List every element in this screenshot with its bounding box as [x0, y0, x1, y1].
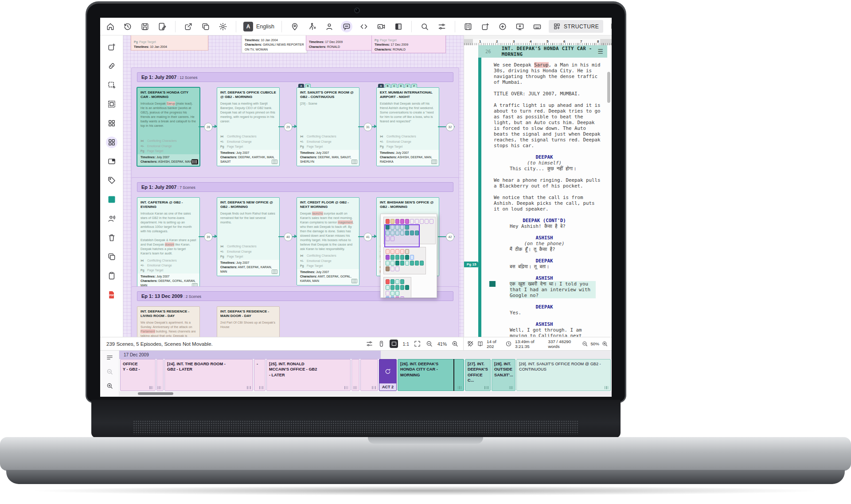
scene-tab[interactable]: E [405, 84, 410, 88]
tune-button[interactable] [436, 21, 448, 32]
structure-canvas[interactable]: PgPage TargetTimelines: 10 Jan 2004Timel… [123, 35, 464, 337]
minimap-scene-chip[interactable] [410, 255, 414, 260]
script-page[interactable]: 26 INT. DEEPAK'S HONDA CITY CAR - MORNIN… [464, 45, 612, 337]
duplicate-button[interactable] [200, 21, 211, 32]
script-editor-panel[interactable]: 12345678 26 INT. DEEPAK'S HONDA CITY CAR… [464, 35, 612, 337]
minimap-scene-chip[interactable] [386, 285, 390, 290]
minimap-scene-chip[interactable] [420, 219, 424, 224]
sidebar-trash-button[interactable] [106, 232, 117, 243]
sidebar-copy-button[interactable] [106, 251, 117, 262]
timeline-scrollbar[interactable] [119, 391, 612, 396]
minimap-scene-chip[interactable] [405, 255, 409, 260]
timeline-scene-cell[interactable]: - [254, 359, 265, 391]
partial-scene-card[interactable]: Timelines: 17 Dec 2009Characters: RONALD [306, 35, 372, 51]
script-scrollbar-thumb[interactable] [607, 72, 610, 103]
timeline-scene-cell[interactable]: [28]. INT.OUTSIDESANJIT'... [492, 359, 515, 391]
minimap-scene-chip[interactable] [386, 255, 390, 260]
read-mode-button[interactable] [609, 21, 612, 32]
minimap-scene-chip[interactable] [410, 219, 414, 224]
timeline-scene-cell[interactable]: [27]. INT.DEEPAK'SOFFICE C... [465, 359, 491, 391]
scene-card[interactable]: INT. CAFETERIA @ GB2 - EVENINGIntroduce … [137, 197, 200, 290]
sidebar-marquee-add-button[interactable] [106, 79, 117, 91]
partial-scene-card[interactable]: PgPage TargetTimelines: 10 Jan 2004 [131, 35, 208, 51]
minimap-scene-chip[interactable] [390, 261, 394, 266]
timeline-scene-cell[interactable]: ACT 2 [379, 359, 397, 391]
connector-page-dot[interactable]: 39 [204, 233, 213, 241]
location-button[interactable] [289, 21, 301, 32]
keyboard-shortcuts-button[interactable] [531, 21, 543, 32]
minimap-scene-chip[interactable] [405, 261, 409, 266]
scene-tab[interactable]: D [398, 84, 404, 88]
structure-view-button[interactable]: STRUCTURE [549, 20, 603, 33]
character-button[interactable] [324, 21, 335, 32]
scene-card[interactable]: ABINT. SANJIT'S OFFICE ROOM @ GB2 - CONT… [297, 87, 359, 166]
minimap-scene-chip[interactable] [405, 219, 409, 224]
minimap-scene-chip[interactable] [386, 219, 390, 224]
timeline-scene-cell[interactable] [360, 359, 378, 391]
minimap-scene-chip[interactable] [395, 291, 399, 296]
action-button[interactable] [306, 21, 318, 32]
minimap-scene-chip[interactable] [395, 255, 399, 260]
search-button[interactable] [419, 21, 430, 32]
minimap-scene-chip[interactable] [400, 285, 404, 290]
scene-card[interactable]: INT. CREDIT FLOOR @ GB2 - NEXT MORNINGDe… [297, 197, 359, 285]
share-button[interactable] [183, 21, 194, 32]
home-button[interactable] [105, 21, 116, 32]
sidebar-grid4-button[interactable] [106, 117, 117, 129]
scene-menu-icon[interactable]: ☰ [597, 48, 603, 55]
mouse-mode-icon[interactable] [378, 340, 385, 348]
sidebar-tag-button[interactable] [106, 175, 117, 186]
minimap-scene-chip[interactable] [390, 255, 394, 260]
sidebar-marquee-frame-button[interactable] [106, 98, 117, 110]
minimap-scene-chip[interactable] [405, 285, 409, 290]
target-add-button[interactable] [497, 21, 508, 32]
minimap-scene-chip[interactable] [400, 279, 404, 284]
connector-page-dot[interactable]: 40 [284, 233, 293, 241]
settings-button[interactable] [217, 21, 229, 32]
partial-scene-card[interactable]: PgPage TargetTimelines: 17 Dec 2009Chara… [371, 35, 446, 53]
minimap-scene-chip[interactable] [400, 249, 404, 254]
sidebar-link-button[interactable] [106, 60, 117, 72]
sidebar-grid4-button[interactable] [106, 137, 117, 148]
compose-button[interactable] [156, 21, 168, 32]
script-zoom-out-icon[interactable] [582, 340, 588, 347]
connector-page-dot[interactable]: 31 [364, 123, 372, 131]
minimap-scene-chip[interactable] [395, 249, 399, 254]
timeline-scene-cell[interactable] [351, 359, 359, 391]
minimap-scene-chip[interactable] [390, 285, 394, 290]
view-mode-toggle[interactable] [390, 340, 398, 348]
scene-add-button[interactable] [480, 21, 491, 32]
timeline-scene-cell[interactable]: [24]. INT. THE BOARD ROOM -GB2 - LATER [164, 359, 253, 391]
timeline-zoom-out-icon[interactable] [106, 368, 113, 375]
minimap-scene-chip[interactable] [415, 261, 419, 266]
minimap-scene-chip[interactable] [386, 261, 390, 266]
minimap-scene-chip[interactable] [386, 279, 390, 284]
sidebar-swatch-button[interactable] [106, 194, 117, 205]
transition-button[interactable] [393, 21, 404, 32]
script-text-area[interactable]: We see Deepak Sarup, a Man in his mid 30… [481, 58, 607, 337]
minimap-scene-chip[interactable] [395, 297, 399, 298]
connector-page-dot[interactable]: 41 [364, 233, 372, 241]
minimap-scene-chip[interactable] [390, 249, 394, 254]
ratio-label[interactable]: 1:1 [402, 341, 409, 347]
timeline-menu-icon[interactable] [106, 354, 113, 361]
minimap-scene-chip[interactable] [390, 291, 394, 296]
minimap-scene-chip[interactable] [400, 261, 404, 266]
episode-group-header[interactable]: Ep 1: July 2007: 7 Scenes [137, 182, 453, 192]
minimap-scene-chip[interactable] [415, 219, 419, 224]
minimap-scene-chip[interactable] [395, 279, 399, 284]
script-zoom-in-icon[interactable] [601, 340, 608, 347]
scene-tab[interactable]: A [378, 84, 384, 88]
scene-tab[interactable]: B [305, 84, 311, 88]
connector-page-dot[interactable]: 28 [204, 123, 213, 131]
minimap-scene-chip[interactable] [390, 279, 394, 284]
minimap-scene-chip[interactable] [420, 261, 424, 266]
history-button[interactable] [122, 21, 133, 32]
minimap-scene-chip[interactable] [390, 297, 394, 298]
scene-card[interactable]: INT. DEEPAK'S RESIDENCE - MAIN DOOR - DA… [217, 306, 280, 337]
sidebar-file-add-button[interactable] [106, 41, 117, 53]
scene-card[interactable]: INT. DEEPAK'S OFFICE CUBICLE @ GB2 - MOR… [217, 87, 280, 166]
timeline-zoom-in-icon[interactable] [106, 382, 113, 390]
scene-tab[interactable]: B [385, 84, 390, 88]
display-add-button[interactable] [514, 21, 526, 32]
